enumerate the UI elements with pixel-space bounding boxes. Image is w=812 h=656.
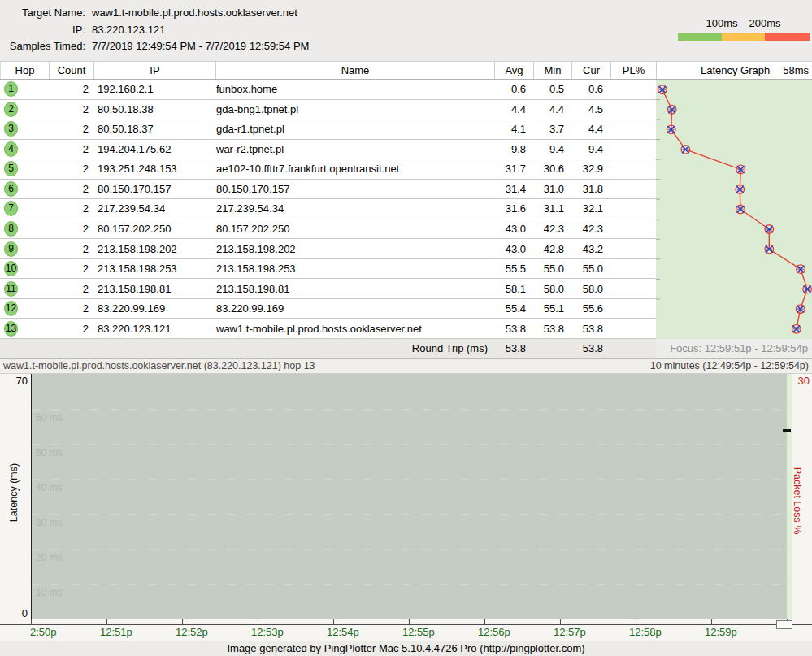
count-cell: 2 [49,263,93,275]
timeline-chart: 10 ms20 ms30 ms40 ms50 ms60 ms 70 0 Late… [0,374,812,641]
name-cell: 80.150.170.157 [215,183,494,195]
cur-cell: 53.8 [571,323,610,335]
time-tick-label: 12:51p [100,626,132,638]
min-cell: 31.1 [533,202,571,215]
min-cell: 42.8 [533,243,571,255]
pingplotter-export: Target Name: waw1.t-mobile.pl.prod.hosts… [0,0,812,656]
gridline-30ms [32,514,784,515]
hop-row[interactable]: 42194.204.175.62war-r2.tpnet.pl9.89.49.4 [0,140,656,160]
ip-cell: 83.220.99.169 [93,302,215,315]
hop-row[interactable]: 102213.158.198.253213.158.198.25355.555.… [0,259,656,280]
hop-number-badge: 8 [4,221,18,237]
hop-row[interactable]: 92213.158.198.202213.158.198.20243.042.8… [0,239,656,259]
latency-trace-line [662,89,807,328]
min-cell: 0.5 [533,83,571,95]
hop-cell: 11 [0,281,49,297]
samples-timed-value: 7/7/2019 12:49:54 PM - 7/7/2019 12:59:54… [92,40,309,53]
hop-number-badge: 2 [4,102,18,117]
hop-number-badge: 9 [4,241,18,257]
column-header-ip: IP [93,62,215,79]
time-tick [711,619,712,624]
ip-cell: 213.158.198.202 [93,243,215,255]
time-tick [409,619,410,624]
grid-label-40ms: 40 ms [36,482,63,493]
name-cell: 213.158.198.81 [215,283,494,295]
time-tick [258,619,258,624]
count-cell: 2 [49,163,93,175]
cur-cell: 4.5 [571,103,610,115]
avg-cell: 43.0 [494,223,533,235]
min-cell: 4.4 [533,103,571,115]
cur-cell: 32.1 [571,202,610,215]
count-cell: 2 [49,243,93,255]
avg-cell: 55.5 [494,263,533,275]
footer-text: Image generated by PingPlotter Mac 5.10.… [227,642,584,654]
cur-cell: 32.9 [571,163,610,175]
legend-red-segment [765,33,810,41]
avg-cell: 58.1 [494,283,533,295]
hop-cell: 4 [0,141,49,157]
time-tick-label: 12:59p [705,626,737,638]
count-cell: 2 [49,123,93,135]
legend-100ms-label: 100ms [706,17,737,29]
column-header-hop: Hop [0,62,49,79]
column-header-avg: Avg [494,62,533,79]
time-tick-label: 2:50p [30,626,57,638]
count-cell: 2 [49,323,93,335]
latency-scale-max-label: 58ms [783,62,809,79]
hop-row[interactable]: 13283.220.123.121waw1.t-mobile.pl.prod.h… [0,319,656,339]
cur-cell: 4.4 [571,123,610,135]
count-cell: 2 [49,103,93,115]
min-cell: 58.0 [533,283,571,295]
target-name-value: waw1.t-mobile.pl.prod.hosts.ooklaserver.… [92,7,297,20]
cur-cell: 55.6 [571,302,610,315]
latency-graph-panel [656,80,812,339]
samples-timed-row: Samples Timed: 7/7/2019 12:49:54 PM - 7/… [0,40,309,53]
trace-table-header: Hop Count IP Name Avg Min Cur PL% Latenc… [0,61,812,80]
time-tick [31,619,32,624]
hop-number-badge: 10 [4,261,18,276]
cur-cell: 58.0 [571,283,610,295]
legend-200ms-label: 200ms [749,17,780,29]
round-trip-cur: 53.8 [571,342,610,354]
min-cell: 30.6 [533,163,571,175]
time-tick [182,619,183,624]
gridline-50ms [32,444,784,445]
column-header-count: Count [49,62,93,79]
hop-cell: 8 [0,221,49,237]
min-cell: 9.4 [533,143,571,155]
column-header-latency-graph: Latency Graph 58ms [656,62,812,79]
avg-cell: 55.4 [494,302,533,315]
y-axis-title: Latency (ms) [8,448,21,537]
ip-cell: 217.239.54.34 [93,202,215,215]
hop-row[interactable]: 6280.150.170.15780.150.170.15731.431.031… [0,180,656,200]
hop-cell: 5 [0,161,49,176]
hop-number-badge: 4 [4,141,18,157]
hop-number-badge: 5 [4,161,18,176]
time-tick [333,619,334,624]
cur-cell: 9.4 [571,143,610,155]
name-cell: 213.158.198.253 [215,263,494,275]
hop-row[interactable]: 112213.158.198.81213.158.198.8158.158.05… [0,279,656,299]
count-cell: 2 [49,202,93,215]
hop-row[interactable]: 12192.168.2.1funbox.home0.60.50.6 [0,80,656,100]
grid-label-30ms: 30 ms [36,517,63,528]
timeline-duration-label: 10 minutes (12:49:54p - 12:59:54p) [650,360,809,373]
hop-row[interactable]: 72217.239.54.34217.239.54.3431.631.132.1 [0,199,656,219]
grid-label-50ms: 50 ms [36,447,63,458]
hop-row[interactable]: 2280.50.18.38gda-bng1.tpnet.pl4.44.44.5 [0,100,656,120]
hop-row[interactable]: 3280.50.18.37gda-r1.tpnet.pl4.13.74.4 [0,119,656,140]
ip-label: IP: [0,24,85,37]
hop-number-badge: 13 [4,321,18,337]
hop-row[interactable]: 52193.251.248.153ae102-10.ffttr7.frankfu… [0,159,656,180]
name-cell: waw1.t-mobile.pl.prod.hosts.ooklaserver.… [215,323,494,335]
name-cell: ae102-10.ffttr7.frankfurt.opentransit.ne… [215,163,494,175]
time-tick [484,619,485,624]
cur-cell: 0.6 [571,83,610,95]
hop-row[interactable]: 12283.220.99.16983.220.99.16955.455.155.… [0,299,656,319]
hop-number-badge: 11 [4,281,18,297]
avg-cell: 31.7 [494,163,533,175]
hop-row[interactable]: 8280.157.202.25080.157.202.25043.042.342… [0,219,656,240]
time-tick-label: 12:54p [327,626,359,638]
time-scroll-thumb[interactable] [776,620,792,629]
